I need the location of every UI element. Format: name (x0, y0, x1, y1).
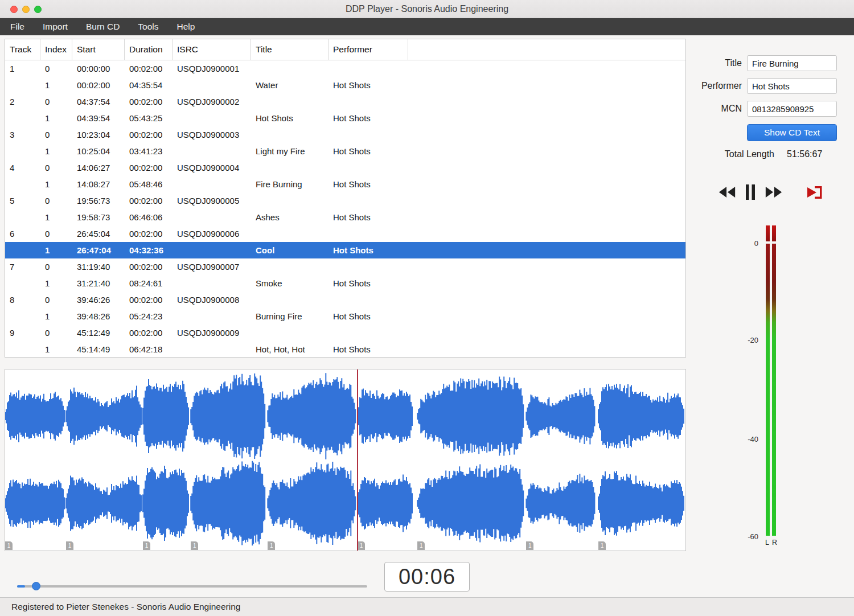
track-table-body: 1 0 00:00:00 00:02:00 USQDJ0900001 1 00:… (5, 60, 685, 358)
cell-duration: 00:02:00 (125, 325, 173, 341)
table-row[interactable]: 5 0 19:56:73 00:02:00 USQDJ0900005 (5, 192, 685, 209)
menu-file[interactable]: File (1, 18, 34, 35)
table-row[interactable]: 1 0 00:00:00 00:02:00 USQDJ0900001 (5, 60, 685, 77)
column-header-isrc[interactable]: ISRC (173, 39, 251, 60)
cell-title: Burning Fire (251, 308, 329, 325)
transport-controls (717, 184, 826, 200)
menu-import[interactable]: Import (34, 18, 77, 35)
total-length-label: Total Length (692, 149, 774, 159)
table-row[interactable]: 1 31:21:40 08:24:61 Smoke Hot Shots (5, 275, 685, 291)
cell-title (251, 93, 329, 110)
table-row[interactable]: 2 0 04:37:54 00:02:00 USQDJ0900002 (5, 93, 685, 110)
cell-filler (408, 77, 685, 93)
cell-title: Cool (251, 242, 329, 258)
minimize-window-button[interactable] (22, 6, 30, 13)
table-row[interactable]: 3 0 10:23:04 00:02:00 USQDJ0900003 (5, 126, 685, 143)
meter-left-label: L (765, 539, 769, 547)
column-header-duration[interactable]: Duration (125, 39, 173, 60)
play-to-marker-button[interactable] (806, 185, 826, 200)
seek-slider[interactable] (17, 582, 367, 590)
table-row[interactable]: 1 26:47:04 04:32:36 Cool Hot Shots (5, 242, 685, 258)
title-input[interactable] (747, 55, 837, 71)
table-row[interactable]: 1 39:48:26 05:24:23 Burning Fire Hot Sho… (5, 308, 685, 325)
seek-slider-knob[interactable] (32, 582, 40, 590)
track-table-header: Track Index Start Duration ISRC Title Pe… (5, 39, 685, 60)
column-header-index[interactable]: Index (40, 39, 72, 60)
cell-index: 0 (40, 93, 72, 110)
cell-start: 45:14:49 (72, 341, 125, 358)
cell-index: 1 (40, 242, 72, 258)
cell-isrc (173, 209, 251, 225)
cell-performer (329, 126, 408, 143)
cell-duration: 06:42:18 (125, 341, 173, 358)
cell-title: Water (251, 77, 329, 93)
track-table: Track Index Start Duration ISRC Title Pe… (5, 39, 686, 358)
cell-filler (408, 242, 685, 258)
fast-forward-icon (764, 186, 783, 199)
cell-isrc (173, 242, 251, 258)
table-row[interactable]: 4 0 14:06:27 00:02:00 USQDJ0900004 (5, 159, 685, 176)
cell-index: 0 (40, 291, 72, 308)
close-window-button[interactable] (10, 6, 18, 13)
table-row[interactable]: 1 19:58:73 06:46:06 Ashes Hot Shots (5, 209, 685, 225)
fast-forward-button[interactable] (764, 186, 783, 199)
meter-peak-right (772, 225, 776, 241)
column-header-start[interactable]: Start (72, 39, 125, 60)
cell-track: 9 (5, 325, 40, 341)
cell-start: 14:06:27 (72, 159, 125, 176)
table-row[interactable]: 1 14:08:27 05:48:46 Fire Burning Hot Sho… (5, 176, 685, 192)
menu-burn-cd[interactable]: Burn CD (77, 18, 129, 35)
table-row[interactable]: 9 0 45:12:49 00:02:00 USQDJ0900009 (5, 325, 685, 341)
cell-index: 1 (40, 341, 72, 358)
table-row[interactable]: 6 0 26:45:04 00:02:00 USQDJ0900006 (5, 225, 685, 242)
table-row[interactable]: 1 04:39:54 05:43:25 Hot Shots Hot Shots (5, 110, 685, 126)
column-header-title[interactable]: Title (251, 39, 329, 60)
mcn-input[interactable] (747, 101, 837, 117)
cell-track: 5 (5, 192, 40, 209)
cell-filler (408, 143, 685, 159)
cell-track: 1 (5, 60, 40, 77)
table-row[interactable]: 1 10:25:04 03:41:23 Light my Fire Hot Sh… (5, 143, 685, 159)
cell-isrc (173, 176, 251, 192)
cell-start: 39:48:26 (72, 308, 125, 325)
cell-start: 26:47:04 (72, 242, 125, 258)
cell-duration: 05:24:23 (125, 308, 173, 325)
show-cd-text-button[interactable]: Show CD Text (747, 124, 837, 141)
cell-title: Fire Burning (251, 176, 329, 192)
cell-filler (408, 60, 685, 77)
total-length-row: Total Length 51:56:67 (692, 149, 854, 159)
window-title: DDP Player - Sonoris Audio Engineering (346, 4, 508, 14)
cell-title (251, 325, 329, 341)
cell-duration: 06:46:06 (125, 209, 173, 225)
cell-isrc: USQDJ0900009 (173, 325, 251, 341)
cell-filler (408, 110, 685, 126)
column-header-performer[interactable]: Performer (329, 39, 408, 60)
cell-performer (329, 192, 408, 209)
menu-help[interactable]: Help (168, 18, 204, 35)
play-to-marker-icon (806, 185, 826, 200)
zoom-window-button[interactable] (34, 6, 42, 13)
registration-text: Registered to Pieter Stenekes - Sonoris … (11, 602, 240, 611)
table-row[interactable]: 1 00:02:00 04:35:54 Water Hot Shots (5, 77, 685, 93)
app-window: DDP Player - Sonoris Audio Engineering F… (0, 0, 854, 616)
cell-title: Smoke (251, 275, 329, 291)
table-row[interactable]: 7 0 31:19:40 00:02:00 USQDJ0900007 (5, 258, 685, 275)
pause-button[interactable] (745, 184, 756, 200)
cell-index: 0 (40, 192, 72, 209)
column-header-track[interactable]: Track (5, 39, 40, 60)
table-row[interactable]: 8 0 39:46:26 00:02:00 USQDJ0900008 (5, 291, 685, 308)
performer-input[interactable] (747, 78, 837, 94)
table-row[interactable]: 1 45:14:49 06:42:18 Hot, Hot, Hot Hot Sh… (5, 341, 685, 358)
rewind-button[interactable] (717, 186, 737, 199)
cell-filler (408, 176, 685, 192)
waveform-display[interactable]: 111111111 (5, 369, 686, 551)
cell-performer (329, 93, 408, 110)
menu-tools[interactable]: Tools (129, 18, 167, 35)
cell-start: 00:00:00 (72, 60, 125, 77)
cell-title (251, 60, 329, 77)
seek-slider-track[interactable] (17, 585, 367, 588)
total-length-value: 51:56:67 (787, 149, 822, 159)
cell-filler (408, 159, 685, 176)
title-field-row: Title (692, 55, 854, 72)
cell-track (5, 209, 40, 225)
